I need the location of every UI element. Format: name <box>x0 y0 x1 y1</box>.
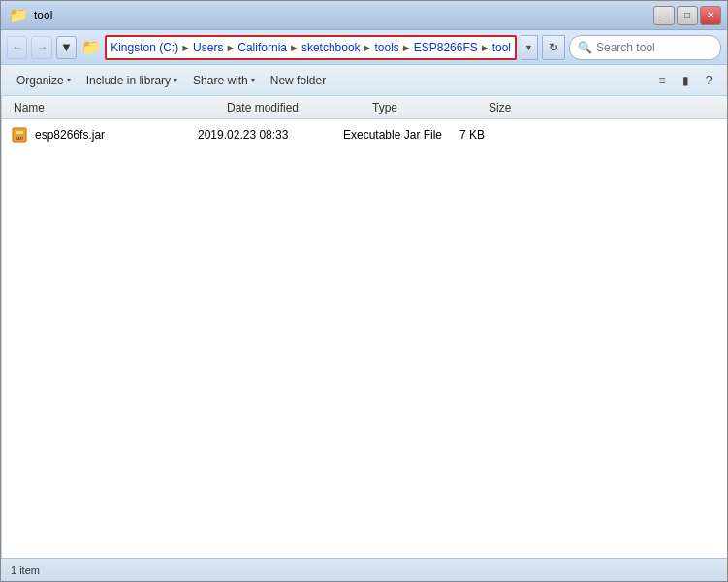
window-icon: 📁 <box>7 4 30 27</box>
share-with-button[interactable]: Share with ▾ <box>185 69 263 92</box>
share-chevron: ▾ <box>251 76 255 84</box>
file-date: 2019.02.23 08:33 <box>198 128 343 142</box>
path-sep-5: ► <box>401 42 412 53</box>
status-bar: 1 item <box>1 558 727 581</box>
title-bar: 📁 tool – □ ✕ <box>1 1 727 30</box>
refresh-button[interactable]: ↻ <box>542 35 565 60</box>
content-area: Name Date modified Type Size JAR <box>1 96 727 558</box>
main-area: Name Date modified Type Size JAR <box>1 96 727 558</box>
path-users[interactable]: Users <box>193 41 223 54</box>
search-icon: 🔍 <box>578 41 592 54</box>
organize-label: Organize <box>16 74 64 87</box>
forward-button[interactable]: → <box>31 36 51 59</box>
svg-text:JAR: JAR <box>16 136 23 141</box>
path-tools[interactable]: tools <box>374 41 398 54</box>
address-bar[interactable]: Kingston (C:) ► Users ► California ► ske… <box>105 35 517 60</box>
preview-pane-button[interactable]: ▮ <box>675 70 696 91</box>
address-dropdown-button[interactable]: ▼ <box>521 35 538 60</box>
toolbar-row: Organize ▾ Include in library ▾ Share wi… <box>9 69 719 92</box>
minimize-button[interactable]: – <box>653 6 675 25</box>
window-title: tool <box>34 9 52 22</box>
file-jar-icon: JAR <box>10 125 29 145</box>
file-name: esp8266fs.jar <box>35 128 105 142</box>
path-esp8266fs[interactable]: ESP8266FS <box>414 41 478 54</box>
path-tool[interactable]: tool <box>492 41 511 54</box>
search-input[interactable] <box>596 41 712 54</box>
new-folder-button[interactable]: New folder <box>263 69 333 92</box>
file-type: Executable Jar File <box>343 128 459 142</box>
maximize-button[interactable]: □ <box>677 6 698 25</box>
column-type-header[interactable]: Type <box>368 96 485 118</box>
path-sep-6: ► <box>480 42 491 53</box>
organize-chevron: ▾ <box>67 76 71 84</box>
file-name-cell: JAR esp8266fs.jar <box>10 125 198 145</box>
back-button[interactable]: ← <box>7 36 27 59</box>
path-california[interactable]: California <box>237 41 287 54</box>
share-with-label: Share with <box>193 74 248 87</box>
file-list: JAR esp8266fs.jar 2019.02.23 08:33 Execu… <box>2 119 727 558</box>
new-folder-label: New folder <box>270 74 326 87</box>
status-text: 1 item <box>11 565 40 576</box>
include-library-chevron: ▾ <box>174 76 177 84</box>
organize-button[interactable]: Organize ▾ <box>9 69 79 92</box>
path-sep-4: ► <box>363 42 373 53</box>
toolbar: Organize ▾ Include in library ▾ Share wi… <box>1 65 727 96</box>
column-name-header[interactable]: Name <box>10 96 223 118</box>
search-bar[interactable]: 🔍 <box>569 35 721 60</box>
close-button[interactable]: ✕ <box>700 6 721 25</box>
include-in-library-button[interactable]: Include in library ▾ <box>79 69 185 92</box>
path-sketchbook[interactable]: sketchbook <box>301 41 361 54</box>
address-bar-container: Kingston (C:) ► Users ► California ► ske… <box>105 35 565 60</box>
column-size-header[interactable]: Size <box>485 96 562 118</box>
include-in-library-label: Include in library <box>86 74 171 87</box>
table-row[interactable]: JAR esp8266fs.jar 2019.02.23 08:33 Execu… <box>2 121 727 148</box>
change-view-button[interactable]: ≡ <box>651 70 673 91</box>
recent-folders-button[interactable]: ▼ <box>56 36 77 59</box>
title-bar-buttons: – □ ✕ <box>653 6 721 25</box>
address-bar-path: Kingston (C:) ► Users ► California ► ske… <box>111 41 511 54</box>
nav-bar: ← → ▼ 📁 Kingston (C:) ► Users ► Californ… <box>1 30 727 65</box>
explorer-window: 📁 tool – □ ✕ ← → ▼ 📁 Kingston (C:) ► Use… <box>0 0 728 582</box>
path-root[interactable]: Kingston (C:) <box>111 41 178 54</box>
nav-folder-icon: 📁 <box>80 36 101 59</box>
column-headers: Name Date modified Type Size <box>2 96 727 119</box>
path-sep-2: ► <box>225 42 236 53</box>
view-controls: ≡ ▮ ? <box>651 70 719 91</box>
help-button[interactable]: ? <box>698 70 719 91</box>
column-date-header[interactable]: Date modified <box>223 96 368 118</box>
svg-rect-1 <box>16 131 23 134</box>
title-bar-left: 📁 tool <box>7 4 52 27</box>
file-size: 7 KB <box>459 128 537 142</box>
path-sep-3: ► <box>289 42 300 53</box>
path-sep-1: ► <box>180 42 191 53</box>
